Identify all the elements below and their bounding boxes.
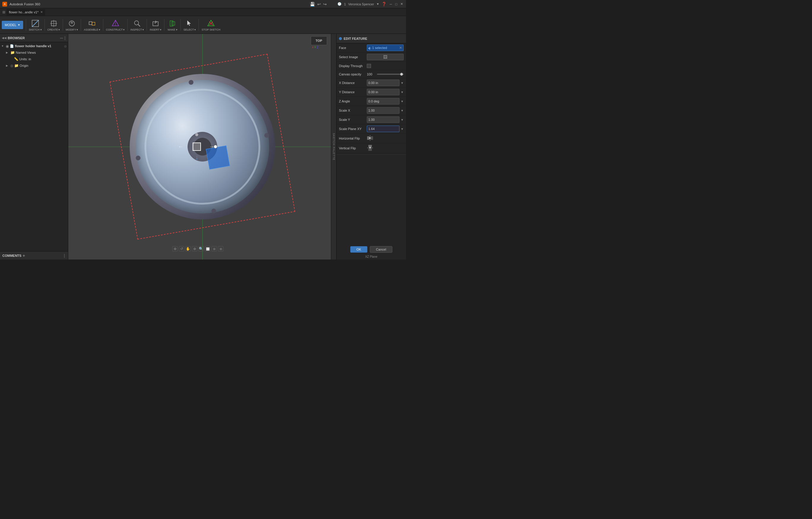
look-button[interactable]: ✋ (185, 246, 191, 251)
select-image-value[interactable]: 🖼 (367, 54, 404, 60)
horizontal-flip-label: Horizontal Flip (339, 137, 366, 140)
view-label[interactable]: TOP (311, 36, 327, 45)
sketch-palette[interactable]: SKETCH PALETTE (331, 34, 336, 260)
inspect-tool[interactable]: INSPECT▾ (129, 18, 145, 32)
x-distance-input[interactable] (368, 81, 398, 85)
make-tool[interactable]: MAKE▾ (166, 18, 179, 32)
canvas-image[interactable] (110, 54, 295, 240)
minimize-button[interactable]: ─ (389, 2, 393, 6)
scale-handle[interactable] (214, 145, 217, 148)
tree-item[interactable]: ▶ ◎ 📁 Origin (0, 62, 68, 69)
origin-icon: 📁 (14, 63, 19, 68)
browser-collapse-button[interactable]: ─ (60, 36, 63, 40)
stop-sketch-tool[interactable]: STOP SKETCH (200, 18, 222, 32)
zoom-button[interactable]: 🔍 (199, 246, 204, 251)
settings-view-button[interactable]: ⊞ (218, 246, 224, 251)
opacity-thumb[interactable] (400, 73, 403, 76)
scale-y-input[interactable] (368, 118, 398, 121)
scale-plane-xy-dropdown[interactable]: ▼ (401, 127, 404, 131)
move-left-handle[interactable]: ← (178, 144, 183, 150)
z-angle-dropdown[interactable]: ▼ (401, 100, 404, 103)
user-chevron[interactable]: ▼ (376, 2, 379, 6)
toolbar-sep-3 (63, 19, 63, 31)
zoom-fit-button[interactable]: ⊕ (192, 246, 197, 251)
face-clear-button[interactable]: ✕ (399, 46, 402, 50)
sketch-tool[interactable]: SKETCH▾ (28, 18, 43, 32)
add-comment-button[interactable]: + (23, 253, 25, 258)
view-cube[interactable]: TOP X Y Z (311, 36, 328, 54)
scale-x-value[interactable] (367, 107, 400, 114)
select-tool[interactable]: SELECT▾ (182, 18, 197, 32)
model-button[interactable]: MODEL ▼ (2, 21, 23, 29)
modify-tool[interactable]: MODIFY▾ (64, 18, 79, 32)
svg-marker-16 (187, 21, 191, 26)
save-button[interactable]: 💾 (310, 2, 315, 6)
rotate-symbol[interactable]: ⊗ (195, 132, 199, 137)
browser-collapse-icon[interactable]: ◀◀ (2, 36, 6, 39)
compass-axes: X Y Z (311, 45, 328, 50)
scale-y-dropdown[interactable]: ▼ (401, 118, 404, 121)
browser-pin[interactable]: │ (64, 36, 66, 40)
maximize-button[interactable]: □ (394, 2, 398, 6)
browser-title: BROWSER (8, 36, 59, 40)
horizontal-flip-button[interactable] (367, 135, 373, 142)
z-angle-value[interactable] (367, 98, 400, 105)
tab-label: flower ho...andle v1* (9, 10, 38, 14)
construct-tool[interactable]: CONSTRUCT▾ (105, 18, 126, 32)
clock-icon: 🕐 (338, 2, 342, 6)
face-value[interactable]: 1 selected ✕ (367, 45, 404, 51)
scale-x-dropdown[interactable]: ▼ (401, 109, 404, 112)
tree-item[interactable]: ▶ 📁 Named Views (0, 49, 68, 56)
construct-icon (111, 19, 120, 28)
y-distance-dropdown[interactable]: ▼ (401, 90, 404, 94)
undo-button[interactable]: ↩ (317, 2, 321, 6)
make-icon (168, 19, 177, 28)
display-through-checkbox[interactable] (367, 64, 371, 68)
canvas-area[interactable]: → ← ↓ ⊗ TOP X Y Z SKETCH PALETTE (68, 34, 336, 260)
x-distance-value[interactable] (367, 80, 400, 86)
redo-button[interactable]: ↪ (323, 2, 327, 6)
move-down-handle[interactable]: ↓ (195, 154, 199, 161)
tab-active[interactable]: flower ho...andle v1* ✕ (6, 9, 45, 16)
scale-plane-xy-value[interactable] (367, 126, 400, 132)
sidebar-collapse-button[interactable]: │ (63, 254, 66, 257)
z-angle-input[interactable] (368, 100, 398, 103)
close-button[interactable]: ✕ (400, 2, 404, 6)
tree-item-label: Named Views (16, 51, 36, 54)
insert-label: INSERT▾ (150, 28, 162, 31)
assemble-label: ASSEMBLE▾ (84, 28, 100, 31)
y-distance-input[interactable] (368, 90, 398, 94)
scale-y-value[interactable] (367, 116, 400, 123)
select-cursor-icon (368, 46, 371, 50)
cancel-button[interactable]: Cancel (370, 246, 393, 253)
scale-x-input[interactable] (368, 109, 398, 112)
y-distance-value[interactable] (367, 89, 400, 95)
manipulator[interactable]: → ← ↓ ⊗ (193, 142, 201, 151)
assemble-tool[interactable]: ASSEMBLE▾ (83, 18, 102, 32)
display-mode-button[interactable]: ⬜ (205, 246, 210, 251)
xz-plane-label: XZ Plane (337, 255, 406, 260)
tree-item[interactable]: 📏 Units: in (0, 56, 68, 62)
orbit-button[interactable]: ⊕ (172, 246, 178, 251)
tree-item[interactable]: ▼ ◉ 📄 flower holder handle v1 ◎ (0, 43, 68, 49)
scale-y-label: Scale Y (339, 118, 366, 121)
insert-tool[interactable]: INSERT▾ (148, 18, 163, 32)
scale-plane-xy-input[interactable] (368, 127, 398, 131)
move-center-handle[interactable] (193, 142, 201, 151)
construct-label: CONSTRUCT▾ (106, 28, 125, 31)
create-tool[interactable]: CREATE▾ (46, 18, 61, 32)
tab-close[interactable]: ✕ (40, 10, 43, 13)
pan-button[interactable]: ↺ (179, 246, 184, 251)
grid-menu[interactable]: ⊞ (2, 10, 5, 14)
help-button[interactable]: ❓ (382, 2, 386, 6)
x-distance-dropdown[interactable]: ▼ (401, 81, 404, 85)
main-area: ◀◀ BROWSER ─ │ ▼ ◉ 📄 flower holder handl… (0, 34, 406, 260)
toolbar-sep-10 (199, 19, 199, 31)
tab-bar: ⊞ flower ho...andle v1* ✕ (0, 8, 406, 16)
ok-button[interactable]: OK (350, 246, 368, 253)
vertical-flip-button[interactable] (367, 144, 373, 152)
grid-button[interactable]: ⊞ (212, 246, 217, 251)
visibility-icon: ◉ (6, 44, 9, 48)
toolbar-sep-9 (180, 19, 181, 31)
opacity-slider[interactable] (377, 74, 404, 75)
